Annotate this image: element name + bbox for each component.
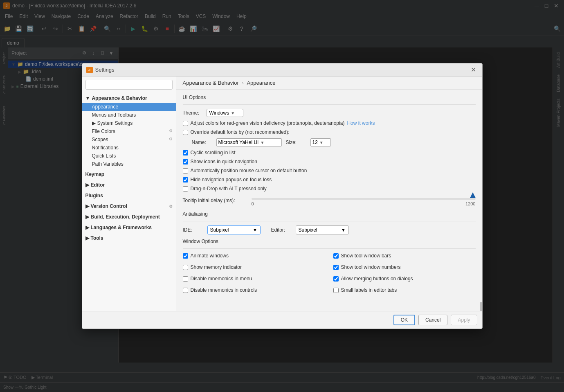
ide-aa-select[interactable]: Subpixel ▼ [207, 225, 261, 234]
sidebar-item-appearance[interactable]: Appearance [82, 103, 176, 111]
checkbox-adjust-colors-input[interactable] [183, 121, 188, 126]
checkbox-allow-merging-buttons-label: Allow merging buttons on dialogs [341, 276, 413, 282]
how-it-works-link[interactable]: How it works [347, 120, 375, 126]
font-name-arrow: ▼ [260, 140, 264, 145]
breadcrumb-part2: Appearance [247, 80, 275, 86]
checkbox-drag-drop: Drag-n-Drop with ALT pressed only [183, 186, 476, 191]
checkbox-show-icons-input[interactable] [183, 159, 188, 164]
sidebar-item-quick-lists[interactable]: Quick Lists [82, 152, 176, 160]
checkbox-drag-drop-input[interactable] [183, 186, 188, 191]
section-header-build[interactable]: ▶ Build, Execution, Deployment [82, 212, 176, 221]
section-header-tools[interactable]: ▶ Tools [82, 234, 176, 243]
settings-dialog: J Settings ✕ ▼ Appearance & Behavio [82, 63, 483, 329]
dialog-overlay: J Settings ✕ ▼ Appearance & Behavio [0, 0, 564, 392]
section-plugins: Plugins [82, 190, 176, 201]
checkbox-show-tool-window-numbers-input[interactable] [333, 265, 339, 270]
antialiasing-label: Antialiasing [183, 211, 476, 217]
ide-window: J demo - [F:\idea workspace\demo] - Inte… [0, 0, 564, 392]
divider-window [183, 248, 476, 249]
divider-aa [183, 221, 476, 221]
checkbox-disable-mnemonics-menu-label: Disable mnemonics in menu [191, 276, 252, 282]
tooltip-delay-label: Tooltip initial delay (ms): [183, 198, 248, 203]
theme-select[interactable]: Windows ▼ [207, 109, 243, 117]
apply-button[interactable]: Apply [451, 315, 477, 325]
checkbox-show-tool-window-bars-input[interactable] [333, 253, 339, 259]
slider-track [252, 198, 476, 200]
checkbox-hide-nav-popups: Hide navigation popups on focus loss [183, 177, 476, 182]
slider-thumb[interactable] [470, 192, 476, 198]
section-header-vcs[interactable]: ▶ Version Control ⚙ [82, 202, 176, 211]
font-name-select[interactable]: Microsoft YaHei UI ▼ [216, 138, 282, 146]
checkbox-disable-mnemonics-controls-label: Disable mnemonics in controls [191, 287, 257, 293]
checkbox-allow-merging-buttons-input[interactable] [333, 276, 339, 282]
checkbox-auto-position-mouse-input[interactable] [183, 168, 188, 173]
sidebar-item-path-variables[interactable]: Path Variables [82, 160, 176, 168]
checkbox-hide-nav-popups-input[interactable] [183, 177, 188, 182]
settings-search-input[interactable] [85, 80, 173, 90]
breadcrumb-part1: Appearance & Behavior [183, 80, 239, 86]
dialog-title-bar: J Settings ✕ [82, 63, 482, 77]
sidebar-item-system-settings[interactable]: ▶System Settings [82, 119, 176, 127]
aa-editor-label: Editor: [271, 227, 292, 233]
checkbox-disable-mnemonics-controls-input[interactable] [183, 288, 188, 293]
checkbox-animate-windows-label: Animate windows [191, 253, 229, 259]
sidebar-item-file-colors[interactable]: File Colors⚙ [82, 127, 176, 135]
sidebar-item-notifications[interactable]: Notifications [82, 144, 176, 152]
checkbox-cyclic-scrolling-input[interactable] [183, 150, 188, 155]
checkbox-show-memory-input[interactable] [183, 265, 188, 270]
section-keymap: Keymap [82, 169, 176, 180]
antialiasing-section: Antialiasing IDE: Subpixel ▼ Editor: [183, 211, 476, 234]
section-header-plugins[interactable]: Plugins [82, 191, 176, 200]
theme-row: Theme: Windows ▼ [183, 109, 476, 117]
checkbox-disable-mnemonics-menu-input[interactable] [183, 276, 188, 282]
expand-editor-icon: ▶ [85, 182, 89, 188]
font-size-select[interactable]: 12 ▼ [310, 138, 331, 146]
section-header-languages[interactable]: ▶ Languages & Frameworks [82, 223, 176, 232]
dialog-body: ▼ Appearance & Behavior Appearance Menus… [82, 77, 482, 311]
plugins-label: Plugins [85, 193, 103, 198]
section-appearance-behavior: ▼ Appearance & Behavior Appearance Menus… [82, 93, 176, 169]
theme-label: Theme: [183, 110, 203, 116]
checkbox-small-labels-input[interactable] [333, 288, 339, 293]
scrollbar-thumb[interactable] [480, 302, 482, 311]
settings-content: Appearance & Behavior › Appearance UI Op… [176, 77, 482, 311]
tooltip-slider-row: Tooltip initial delay (ms): 0 1200 [183, 195, 476, 206]
settings-breadcrumb: Appearance & Behavior › Appearance [176, 77, 482, 90]
breadcrumb-sep: › [242, 80, 245, 86]
divider-1 [183, 104, 476, 105]
checkbox-drag-drop-label: Drag-n-Drop with ALT pressed only [191, 186, 267, 191]
checkbox-show-tool-window-numbers: Show tool window numbers [333, 264, 476, 270]
ide-aa-value: Subpixel [210, 227, 229, 233]
sidebar-item-menus-toolbars[interactable]: Menus and Toolbars [82, 111, 176, 119]
checkbox-animate-windows-input[interactable] [183, 253, 188, 259]
checkbox-disable-mnemonics-menu: Disable mnemonics in menu [183, 276, 325, 282]
section-header-keymap[interactable]: Keymap [82, 170, 176, 179]
aa-row: IDE: Subpixel ▼ Editor: Subpixel ▼ [183, 225, 476, 234]
font-size-arrow: ▼ [319, 140, 324, 145]
vcs-label: Version Control [91, 203, 127, 209]
ok-button[interactable]: OK [393, 315, 415, 325]
checkbox-auto-position-label: Automatically position mouse cursor on d… [191, 168, 307, 173]
section-vcs: ▶ Version Control ⚙ [82, 201, 176, 212]
slider-max: 1200 [465, 201, 475, 206]
aa-ide-label: IDE: [183, 227, 203, 233]
checkbox-override-fonts-label: Override default fonts by (not recommend… [191, 129, 290, 135]
cancel-button[interactable]: Cancel [418, 315, 447, 325]
window-options-section: Window Options Animate windows Show tool… [183, 239, 476, 296]
checkbox-override-fonts-input[interactable] [183, 130, 188, 135]
checkbox-auto-position-mouse: Automatically position mouse cursor on d… [183, 168, 476, 173]
editor-aa-value: Subpixel [299, 227, 317, 233]
checkbox-cyclic-scrolling-label: Cyclic scrolling in list [191, 150, 236, 155]
checkbox-hide-nav-popups-label: Hide navigation popups on focus loss [191, 177, 272, 182]
window-options-label: Window Options [183, 239, 476, 244]
section-header-editor[interactable]: ▶ Editor [82, 180, 176, 189]
editor-aa-select[interactable]: Subpixel ▼ [296, 225, 349, 234]
languages-label: Languages & Frameworks [91, 225, 152, 230]
ide-aa-arrow: ▼ [253, 227, 258, 233]
section-ab-label: Appearance & Behavior [92, 95, 147, 101]
dialog-close-button[interactable]: ✕ [469, 65, 478, 74]
sidebar-item-scopes[interactable]: Scopes⚙ [82, 135, 176, 144]
section-header-appearance-behavior[interactable]: ▼ Appearance & Behavior [82, 94, 176, 103]
settings-sidebar: ▼ Appearance & Behavior Appearance Menus… [82, 77, 176, 311]
section-languages: ▶ Languages & Frameworks [82, 222, 176, 233]
